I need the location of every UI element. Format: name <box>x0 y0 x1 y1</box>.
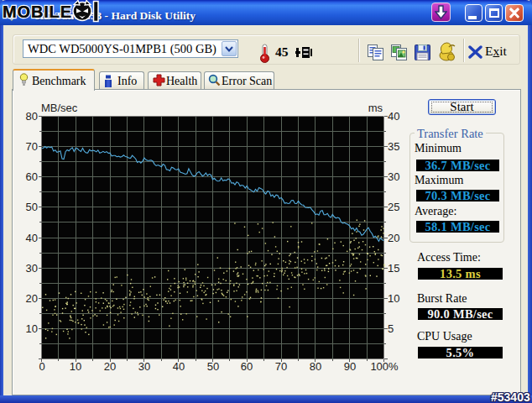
svg-text:MOBILE: MOBILE <box>3 3 72 21</box>
